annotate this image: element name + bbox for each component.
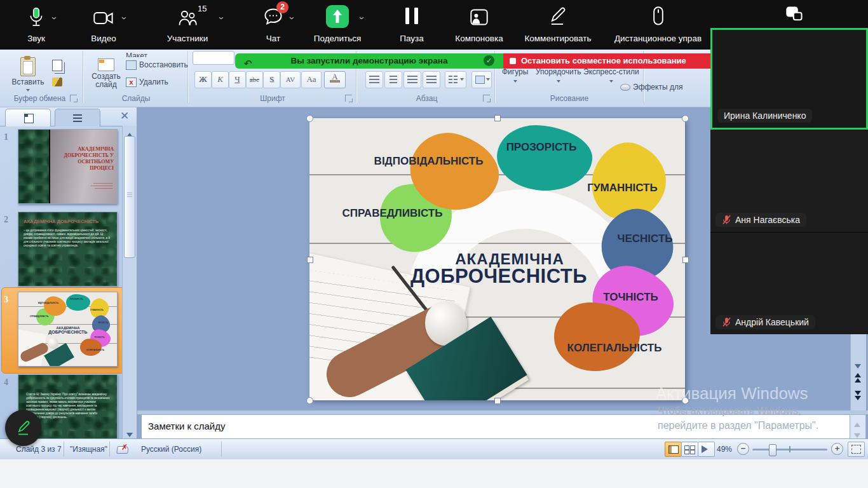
- chat-options-chevron[interactable]: ›: [287, 17, 298, 20]
- font-name-combobox[interactable]: [193, 51, 234, 65]
- format-painter-icon[interactable]: [52, 78, 62, 86]
- clipboard-group-label: Буфер обмена: [0, 94, 79, 103]
- arrange-button[interactable]: Упорядочить: [536, 67, 581, 85]
- justify-button[interactable]: [423, 71, 440, 88]
- annotation-pencil-icon: [15, 419, 32, 437]
- layout-button-partial[interactable]: Макет: [126, 50, 147, 57]
- video-button[interactable]: Видео ›: [81, 0, 126, 50]
- spellcheck-icon[interactable]: ✗: [117, 444, 128, 453]
- mini-paper-ball: [48, 338, 58, 349]
- underline-button[interactable]: Ч: [229, 71, 246, 88]
- font-dialog-launcher[interactable]: [345, 95, 352, 102]
- align-left-button[interactable]: [365, 71, 383, 88]
- layout-icon: [470, 8, 489, 27]
- text-shadow-button[interactable]: S: [263, 71, 280, 88]
- slide-4-number: 4: [4, 377, 15, 388]
- label-collegiality: КОЛЕГІАЛЬНІСТЬ: [557, 342, 672, 355]
- resize-handle-top-right[interactable]: [682, 115, 689, 122]
- label-accuracy: ТОЧНІСТЬ: [600, 291, 661, 304]
- shape-effects-icon: [620, 84, 630, 91]
- smartart-convert-button[interactable]: [471, 71, 492, 88]
- slide-1-thumbnail[interactable]: АКАДЕМІЧНА ДОБРОЧЕСНІСТЬ У ОСВІТНЬОМУ ПР…: [18, 129, 118, 204]
- slide-1-number: 1: [4, 132, 15, 142]
- zoom-annotation-fab[interactable]: [5, 410, 41, 446]
- chat-button[interactable]: 2 Чат ›: [251, 0, 295, 50]
- participants-button[interactable]: 15 Участники ›: [162, 0, 213, 50]
- panel-tabstrip: ✕: [0, 107, 137, 126]
- slide-3-number: 3: [4, 295, 15, 305]
- resize-handle-top-left[interactable]: [306, 115, 313, 122]
- close-panel-button[interactable]: ✕: [118, 109, 132, 123]
- font-group-label: Шрифт: [189, 94, 356, 103]
- audio-options-chevron[interactable]: ›: [50, 17, 60, 20]
- slides-thumbnail-panel: ✕ 1 АКАДЕМІЧНА ДОБРОЧЕСНІСТЬ У ОСВІТНЬОМ…: [0, 107, 137, 438]
- slide-2-thumbnail[interactable]: АКАДЕМІЧНА ДОБРОЧЕСНІСТЬ – це дотримання…: [18, 212, 118, 287]
- stop-share-button[interactable]: Остановить совместное использование: [503, 53, 710, 69]
- columns-button[interactable]: [445, 71, 466, 88]
- video-tile-speaking[interactable]: Ирина Калиниченко: [710, 28, 868, 130]
- italic-button[interactable]: К: [212, 71, 229, 88]
- theme-name[interactable]: "Изящная": [70, 445, 107, 454]
- thumbnails-scroll-thumb[interactable]: [124, 136, 135, 258]
- resize-handle-bottom-center[interactable]: [494, 398, 501, 404]
- layout-button[interactable]: Компоновка: [451, 0, 507, 50]
- scroll-down-button[interactable]: [855, 360, 861, 371]
- strikethrough-button[interactable]: abc: [246, 71, 263, 88]
- previous-slide-button[interactable]: [855, 372, 861, 383]
- annotate-button[interactable]: Комментировать: [518, 0, 598, 50]
- tab-slides[interactable]: [5, 109, 51, 126]
- resize-handle-left-center[interactable]: [307, 257, 313, 263]
- screen: Вставить Буфер обмена Макет Создать слай…: [0, 0, 868, 488]
- outline-tab-icon: [73, 114, 82, 122]
- video-tile[interactable]: Аня Нагаєвська: [710, 130, 868, 232]
- normal-view-button[interactable]: [665, 442, 682, 457]
- video-options-chevron[interactable]: ›: [119, 17, 130, 20]
- muted-mic-icon: [722, 317, 731, 327]
- participant-name-pill: Ирина Калиниченко: [717, 109, 812, 123]
- new-slide-button[interactable]: Создать слайд: [88, 58, 125, 95]
- align-center-button[interactable]: [384, 71, 402, 88]
- thumbnails-scrollbar[interactable]: [122, 126, 137, 438]
- language-indicator[interactable]: Русский (Россия): [141, 445, 201, 454]
- remote-control-button[interactable]: Дистанционное управ: [606, 0, 710, 50]
- zoom-slider-thumb[interactable]: [769, 444, 776, 456]
- resize-handle-top-center[interactable]: [494, 115, 501, 121]
- windows-activation-watermark-line3: перейдите в раздел "Параметры".: [658, 420, 818, 431]
- bold-button[interactable]: Ж: [194, 71, 212, 88]
- share-screen-button[interactable]: Поделиться ›: [310, 0, 365, 50]
- current-slide-canvas[interactable]: СПРАВЕДЛИВІСТЬ ВІДПОВІДАЛЬНІСТЬ ПРОЗОРІС…: [309, 118, 685, 400]
- next-slide-button[interactable]: [855, 390, 861, 400]
- copy-icon[interactable]: [52, 60, 62, 71]
- character-spacing-button[interactable]: AV: [280, 71, 301, 88]
- participant-name: Аня Нагаєвська: [735, 215, 800, 225]
- paragraph-dialog-launcher[interactable]: [483, 95, 490, 102]
- windows-panel-icon: [785, 5, 804, 23]
- participants-options-chevron[interactable]: ›: [217, 17, 227, 20]
- paste-button[interactable]: Вставить: [9, 57, 47, 97]
- zoom-out-button[interactable]: −: [737, 443, 749, 455]
- tab-outline[interactable]: [55, 109, 100, 126]
- share-options-chevron[interactable]: ›: [357, 17, 368, 20]
- slide-1-title: АКАДЕМІЧНА ДОБРОЧЕСНІСТЬ У ОСВІТНЬОМУ ПР…: [54, 146, 114, 172]
- clipboard-dialog-launcher[interactable]: [70, 95, 77, 102]
- notes-scrollbar[interactable]: [850, 414, 866, 440]
- slide-2-title: АКАДЕМІЧНА ДОБРОЧЕСНІСТЬ: [24, 219, 112, 224]
- thumbnails-scroll-down[interactable]: [126, 428, 133, 438]
- slide-sorter-view-button[interactable]: [681, 442, 698, 457]
- slide-3-thumbnail[interactable]: СПРАВЕДЛИВІСТЬ ВІДПОВІДАЛЬНІСТЬ ПРОЗОРІС…: [18, 292, 118, 367]
- audio-button[interactable]: Звук ›: [14, 0, 58, 50]
- windows-activation-watermark-line2: Чтобы активировать Windows,: [658, 405, 801, 417]
- fit-to-window-button[interactable]: [848, 442, 865, 457]
- video-tile[interactable]: Андрій Кавецький: [710, 232, 868, 334]
- slideshow-view-button[interactable]: [698, 442, 715, 457]
- align-right-button[interactable]: [403, 71, 421, 88]
- shapes-button[interactable]: Фигуры: [502, 67, 528, 85]
- resize-handle-bottom-left[interactable]: [306, 397, 313, 404]
- pause-share-button[interactable]: Пауза: [390, 0, 434, 50]
- font-color-button[interactable]: А: [324, 71, 346, 88]
- zoom-in-button[interactable]: +: [831, 443, 843, 455]
- resize-handle-right-center[interactable]: [682, 257, 689, 263]
- quick-styles-button[interactable]: Экспресс-стили: [583, 67, 639, 85]
- paragraph-group-label: Абзац: [359, 94, 494, 103]
- change-case-button[interactable]: Aa: [301, 71, 322, 88]
